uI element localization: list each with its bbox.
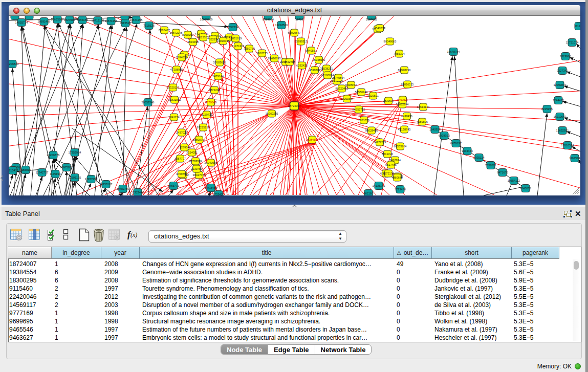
svg-text:2921859: 2921859 [358, 119, 369, 122]
svg-text:1733426: 1733426 [395, 188, 406, 191]
svg-text:95320121: 95320121 [167, 86, 180, 89]
svg-text:68800797: 68800797 [193, 138, 206, 141]
svg-text:81016525: 81016525 [401, 83, 414, 86]
svg-text:89978790: 89978790 [398, 69, 411, 72]
svg-text:8471676: 8471676 [497, 171, 508, 174]
svg-text:16210643: 16210643 [554, 115, 567, 118]
svg-text:13716485: 13716485 [205, 186, 217, 189]
svg-text:1733426: 1733426 [213, 193, 224, 195]
svg-text:14136141: 14136141 [373, 184, 385, 187]
svg-text:7350753: 7350753 [244, 47, 255, 50]
svg-text:7632021: 7632021 [485, 164, 496, 167]
svg-text:1145194: 1145194 [50, 172, 60, 176]
svg-text:88320463: 88320463 [336, 87, 349, 90]
svg-text:26206520: 26206520 [9, 62, 18, 65]
svg-text:8090293: 8090293 [182, 33, 193, 36]
svg-text:15692951: 15692951 [556, 129, 569, 132]
svg-text:8813054: 8813054 [263, 18, 274, 21]
svg-text:6543670: 6543670 [374, 27, 385, 30]
svg-text:84252722: 84252722 [353, 108, 365, 111]
svg-text:38427073: 38427073 [193, 173, 206, 177]
svg-text:2130789: 2130789 [191, 167, 202, 170]
svg-text:1527602: 1527602 [64, 18, 75, 21]
svg-text:31831063: 31831063 [168, 98, 181, 101]
svg-text:19218506: 19218506 [275, 24, 288, 27]
svg-text:58586340: 58586340 [355, 91, 368, 94]
svg-text:15831819: 15831819 [229, 37, 242, 40]
svg-text:91030736: 91030736 [217, 39, 230, 42]
svg-text:20053346: 20053346 [142, 101, 155, 104]
svg-text:7455324: 7455324 [394, 52, 405, 55]
svg-text:4823498: 4823498 [187, 40, 199, 43]
svg-text:9227342: 9227342 [557, 69, 568, 72]
svg-text:16053809: 16053809 [200, 18, 213, 21]
svg-text:12614124: 12614124 [417, 105, 430, 108]
svg-text:42138745: 42138745 [398, 128, 411, 131]
svg-text:5479144: 5479144 [212, 75, 224, 78]
svg-text:962160: 962160 [364, 192, 374, 195]
svg-text:4170045: 4170045 [205, 101, 216, 104]
svg-text:7857214: 7857214 [227, 26, 238, 29]
svg-text:26240908: 26240908 [205, 161, 217, 164]
svg-text:2694522: 2694522 [176, 56, 187, 59]
svg-text:6229731: 6229731 [201, 113, 212, 116]
svg-text:10958107: 10958107 [100, 183, 113, 186]
svg-text:18724007: 18724007 [288, 104, 301, 107]
svg-text:6292423: 6292423 [296, 64, 308, 67]
svg-text:16648784: 16648784 [447, 50, 460, 53]
svg-text:57683626: 57683626 [213, 61, 226, 64]
svg-text:68353204: 68353204 [394, 145, 407, 148]
svg-text:47308985: 47308985 [170, 68, 183, 71]
svg-text:9474444: 9474444 [462, 149, 473, 152]
svg-text:5041154: 5041154 [168, 116, 179, 119]
svg-text:1640954: 1640954 [429, 128, 441, 131]
svg-text:20206576: 20206576 [47, 154, 60, 157]
svg-text:81971316: 81971316 [232, 45, 245, 48]
svg-text:24972279: 24972279 [374, 141, 386, 144]
svg-text:9245032: 9245032 [520, 187, 531, 190]
svg-text:12093872: 12093872 [554, 83, 567, 86]
svg-text:3871230: 3871230 [209, 89, 220, 92]
svg-text:3915412: 3915412 [9, 169, 18, 172]
svg-text:5918715: 5918715 [256, 52, 268, 55]
svg-text:60929647: 60929647 [288, 31, 301, 34]
svg-text:9463627: 9463627 [397, 98, 408, 101]
svg-text:1244415: 1244415 [553, 99, 564, 102]
svg-text:17010534: 17010534 [561, 144, 574, 147]
svg-text:22201654: 22201654 [341, 97, 354, 100]
svg-text:(x): (x) [130, 231, 137, 238]
svg-text:4860684: 4860684 [391, 176, 403, 179]
svg-text:97225156: 97225156 [197, 126, 210, 129]
svg-text:9465771: 9465771 [168, 184, 179, 187]
svg-text:6672134: 6672134 [383, 172, 394, 175]
svg-text:19289546: 19289546 [178, 146, 191, 149]
svg-text:16671355: 16671355 [130, 18, 143, 21]
svg-text:4769795: 4769795 [176, 172, 187, 176]
svg-text:3320821: 3320821 [367, 94, 379, 97]
svg-text:20691406: 20691406 [38, 20, 51, 23]
svg-text:95899313: 95899313 [295, 40, 308, 43]
svg-text:90048665: 90048665 [384, 40, 397, 43]
svg-text:3154051: 3154051 [186, 151, 198, 154]
svg-text:2839607: 2839607 [383, 99, 394, 102]
svg-text:6466160: 6466160 [77, 18, 88, 21]
svg-text:12323446: 12323446 [132, 191, 144, 194]
svg-text:83793389: 83793389 [189, 160, 202, 163]
svg-text:7515526: 7515526 [120, 21, 131, 25]
svg-text:2437026: 2437026 [176, 131, 187, 134]
svg-text:2687682: 2687682 [366, 18, 377, 21]
svg-text:9329966: 9329966 [560, 55, 571, 58]
svg-text:6438436: 6438436 [401, 115, 412, 118]
svg-text:1156819: 1156819 [20, 168, 31, 171]
svg-text:18300295: 18300295 [266, 112, 278, 115]
svg-text:16671355: 16671355 [105, 19, 118, 23]
svg-text:38538251: 38538251 [320, 67, 333, 70]
svg-text:4842788: 4842788 [284, 60, 295, 63]
svg-text:15723: 15723 [295, 18, 303, 21]
svg-text:10654112: 10654112 [508, 179, 520, 182]
svg-text:10719155: 10719155 [92, 19, 104, 22]
svg-text:12505135: 12505135 [69, 176, 81, 179]
svg-text:111111: 111111 [575, 25, 580, 28]
svg-text:6938923: 6938923 [439, 134, 450, 137]
svg-text:45935572: 45935572 [313, 58, 325, 61]
